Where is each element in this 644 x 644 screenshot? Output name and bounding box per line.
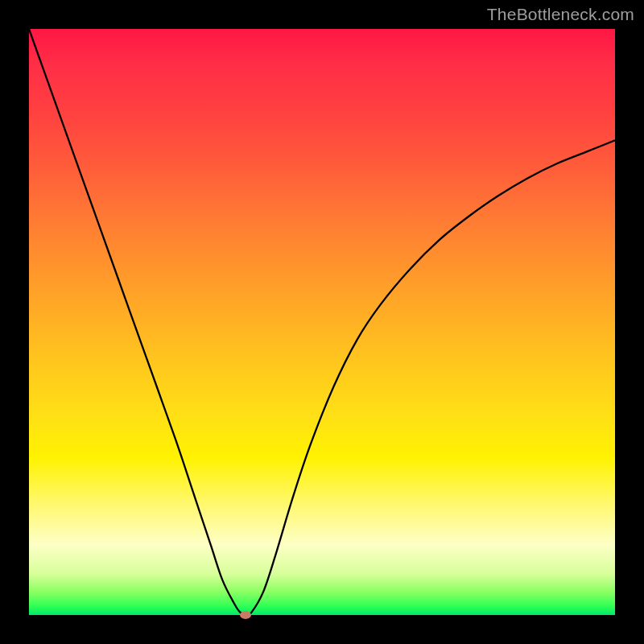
chart-frame: TheBottleneck.com (0, 0, 644, 644)
watermark-text: TheBottleneck.com (487, 5, 634, 24)
optimal-point-marker (240, 611, 251, 619)
plot-area (29, 29, 615, 615)
bottleneck-curve (29, 29, 615, 615)
